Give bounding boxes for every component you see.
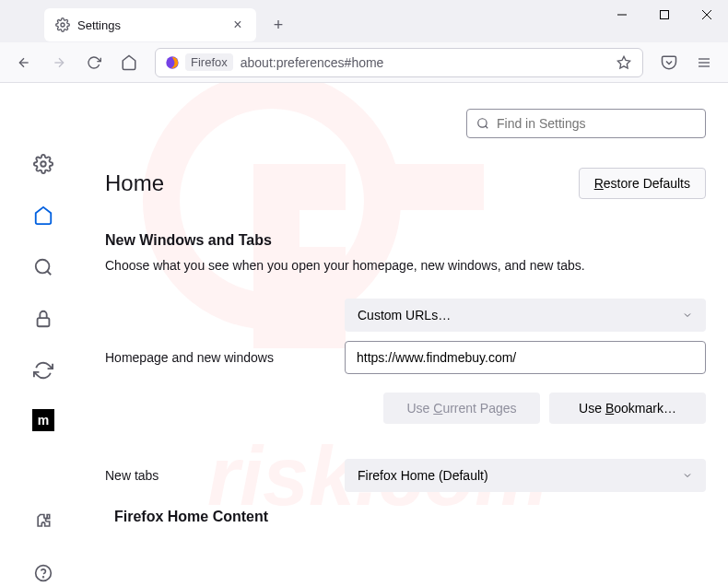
settings-main: Home Restore Defaults New Windows and Ta…: [87, 83, 728, 586]
svg-rect-17: [38, 318, 50, 326]
use-current-pages-button[interactable]: Use Current Pages: [383, 393, 540, 424]
home-button[interactable]: [114, 48, 144, 77]
restore-defaults-button[interactable]: Restore Defaults: [579, 168, 706, 199]
dropdown-value: Custom URLs…: [358, 308, 451, 322]
newtabs-dropdown[interactable]: Firefox Home (Default): [345, 459, 706, 492]
svg-point-20: [478, 119, 487, 127]
pocket-button[interactable]: [654, 48, 684, 77]
sidebar-item-more-mozilla[interactable]: m: [32, 409, 54, 431]
sidebar-item-search[interactable]: [30, 254, 56, 280]
maximize-button[interactable]: [643, 0, 686, 29]
homepage-mode-dropdown[interactable]: Custom URLs…: [345, 299, 706, 332]
svg-point-2: [61, 23, 65, 27]
reload-button[interactable]: [79, 48, 109, 77]
svg-marker-10: [617, 56, 629, 68]
search-icon: [476, 117, 489, 130]
minimize-button[interactable]: [601, 0, 643, 29]
app-menu-button[interactable]: [689, 48, 719, 77]
svg-rect-4: [661, 11, 669, 19]
bookmark-star-icon[interactable]: [615, 53, 633, 72]
tab-title: Settings: [77, 18, 223, 32]
sidebar-item-help[interactable]: [30, 560, 56, 586]
identity-box[interactable]: Firefox: [165, 53, 233, 71]
section-title-home-content: Firefox Home Content: [114, 509, 706, 525]
settings-search-input[interactable]: [497, 116, 696, 131]
identity-label: Firefox: [185, 53, 233, 71]
sidebar-item-extensions[interactable]: [30, 509, 56, 534]
svg-line-16: [47, 271, 51, 275]
window-controls: [601, 0, 728, 29]
window-titlebar: Settings × +: [0, 0, 728, 42]
use-bookmark-button[interactable]: Use Bookmark…: [549, 393, 706, 424]
chevron-down-icon: [682, 310, 693, 321]
section-desc-windows-tabs: Choose what you see when you open your h…: [105, 258, 706, 273]
settings-sidebar: m: [0, 83, 87, 586]
homepage-label: Homepage and new windows: [87, 350, 345, 365]
svg-line-21: [486, 126, 488, 129]
dropdown-value: Firefox Home (Default): [358, 468, 488, 483]
url-bar[interactable]: Firefox about:preferences#home: [155, 48, 643, 77]
sidebar-item-home[interactable]: [30, 203, 56, 229]
sidebar-item-privacy[interactable]: [30, 306, 56, 332]
forward-button[interactable]: [44, 48, 74, 77]
browser-tab[interactable]: Settings ×: [44, 8, 256, 41]
chevron-down-icon: [682, 470, 693, 481]
page-title: Home: [105, 170, 164, 196]
firefox-icon: [165, 55, 180, 70]
close-icon[interactable]: ×: [230, 18, 245, 32]
svg-point-19: [43, 577, 44, 578]
svg-point-15: [36, 260, 50, 274]
settings-search-box[interactable]: [466, 109, 706, 138]
new-tab-button[interactable]: +: [265, 12, 291, 38]
svg-point-14: [41, 161, 46, 167]
browser-toolbar: Firefox about:preferences#home: [0, 42, 728, 83]
url-text: about:preferences#home: [241, 55, 607, 70]
back-button[interactable]: [9, 48, 39, 77]
sidebar-item-general[interactable]: [30, 151, 56, 177]
sidebar-item-sync[interactable]: [30, 357, 56, 383]
newtabs-label: New tabs: [87, 468, 345, 483]
section-title-windows-tabs: New Windows and Tabs: [105, 232, 706, 249]
homepage-url-input[interactable]: [345, 341, 706, 374]
gear-icon: [55, 18, 70, 32]
close-window-button[interactable]: [686, 0, 728, 29]
